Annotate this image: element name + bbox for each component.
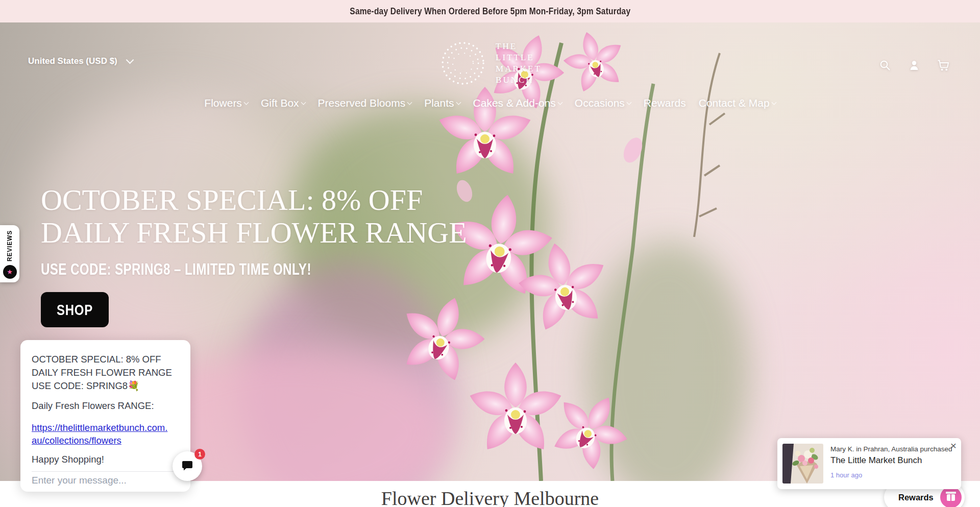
hero-copy: OCTOBER SPECIAL: 8% OFF DAILY FRESH FLOW… <box>41 184 526 327</box>
announcement-bar: Same-day Delivery When Ordered Before 5p… <box>0 0 980 22</box>
rewards-icon <box>940 487 962 507</box>
hero-title: OCTOBER SPECIAL: 8% OFF DAILY FRESH FLOW… <box>41 184 526 249</box>
chat-unread-badge: 1 <box>194 449 205 460</box>
nav-item-plants[interactable]: Plants <box>424 97 460 109</box>
nav-item-preserved-blooms[interactable]: Preserved Blooms <box>318 97 412 109</box>
chat-bubble-icon <box>181 460 193 472</box>
close-icon[interactable]: × <box>950 439 957 452</box>
currency-selector[interactable]: United States (USD $) <box>28 56 133 66</box>
chevron-down-icon <box>557 100 562 105</box>
logo-wordmark: THE LITTLE MARKET BUNCH <box>496 41 542 86</box>
notification-product-name: The Little Market Bunch <box>830 455 955 466</box>
chat-message-input[interactable] <box>32 475 176 486</box>
chevron-down-icon <box>407 100 412 105</box>
purchase-notification-popup: Mary K. in Prahran, Australia purchased … <box>777 438 961 489</box>
shop-button[interactable]: SHOP <box>41 292 109 327</box>
currency-label: United States (USD $) <box>28 56 117 66</box>
chat-message-line: USE CODE: SPRING8💐 <box>32 379 178 393</box>
chevron-down-icon <box>626 100 631 105</box>
announcement-text: Same-day Delivery When Ordered Before 5p… <box>350 6 630 17</box>
cart-icon[interactable] <box>937 59 949 71</box>
chevron-down-icon <box>126 56 134 64</box>
store-logo[interactable]: THE LITTLE MARKET BUNCH <box>438 39 542 88</box>
nav-item-contact-map[interactable]: Contact & Map <box>699 97 776 109</box>
chat-closing-line: Happy Shopping! <box>32 453 178 466</box>
header-actions <box>879 59 949 71</box>
nav-item-occasions[interactable]: Occasions <box>575 97 631 109</box>
chevron-down-icon <box>456 100 461 105</box>
notification-time: 1 hour ago <box>830 471 955 479</box>
account-icon[interactable] <box>908 59 920 71</box>
notification-message: Mary K. in Prahran, Australia purchased <box>830 445 955 453</box>
chevron-down-icon <box>301 100 306 105</box>
rewards-label: Rewards <box>898 493 934 502</box>
chat-message-line: OCTOBER SPECIAL: 8% OFF <box>32 353 178 366</box>
star-icon: ★ <box>7 269 13 275</box>
nav-item-gift-box[interactable]: Gift Box <box>261 97 305 109</box>
chat-widget-popup: OCTOBER SPECIAL: 8% OFF DAILY FRESH FLOW… <box>20 340 190 492</box>
chevron-down-icon <box>771 100 776 105</box>
nav-item-rewards[interactable]: Rewards <box>644 97 686 109</box>
nav-item-flowers[interactable]: Flowers <box>204 97 248 109</box>
logo-dot-ring-icon <box>438 39 487 88</box>
chat-flowers-link[interactable]: https://thelittlemarketbunch.com. au/col… <box>32 421 178 447</box>
search-icon[interactable] <box>879 59 891 71</box>
chevron-down-icon <box>243 100 249 105</box>
main-navigation: Flowers Gift Box Preserved Blooms Plants… <box>0 97 980 109</box>
reviews-tab-label: REVIEWS <box>6 230 13 261</box>
section-heading: Flower Delivery Melbourne <box>381 487 599 507</box>
chat-input-divider <box>32 471 179 472</box>
notification-text: Mary K. in Prahran, Australia purchased … <box>830 445 955 479</box>
nav-item-cakes-add-ons[interactable]: Cakes & Add-ons <box>473 97 562 109</box>
reviews-star-badge: ★ <box>3 265 17 279</box>
chat-range-label: Daily Fresh Flowers RANGE: <box>32 399 178 413</box>
chat-message-line: DAILY FRESH FLOWER RANGE <box>32 366 178 379</box>
chat-launcher-button[interactable]: 1 <box>173 451 202 481</box>
hero-subtitle: USE CODE: SPRING8 – LIMITED TIME ONLY! <box>41 260 419 279</box>
reviews-side-tab[interactable]: REVIEWS ★ <box>0 225 19 282</box>
product-thumbnail <box>782 444 823 484</box>
